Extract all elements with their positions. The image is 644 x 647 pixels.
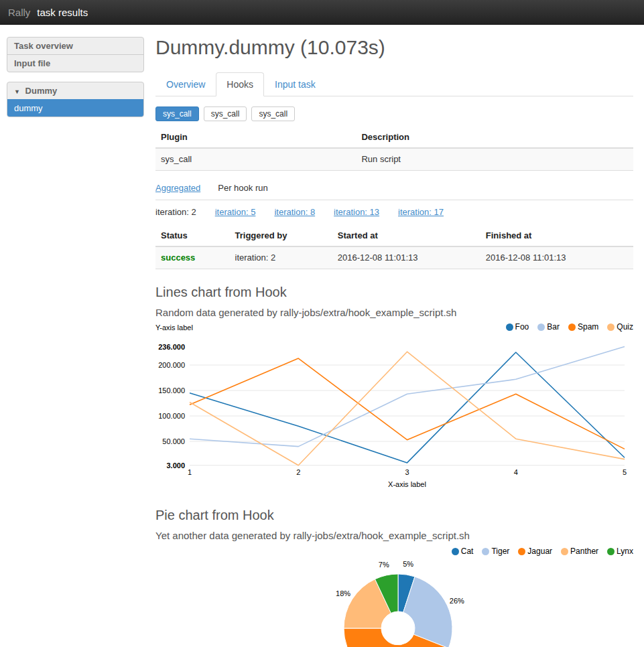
x-tick-label: 3 [405,468,409,476]
table-header-row: StatusTriggered byStarted atFinished at [155,225,633,246]
legend-label: Jaguar [527,547,552,556]
legend-item-tiger[interactable]: Tiger [482,547,509,556]
lines-chart-title: Lines chart from Hook [155,285,633,300]
iteration-link-iteration-8[interactable]: iteration: 8 [274,207,315,217]
legend-label: Spam [578,322,598,332]
table-cell: 2016-12-08 11:01:13 [332,246,480,269]
tab-input-task[interactable]: Input task [264,72,326,96]
legend-dot-icon [506,324,513,331]
table-cell: sys_call [155,148,356,171]
y-tick-label: 200.000 [158,361,185,369]
runs-table: StatusTriggered byStarted atFinished ats… [155,225,633,269]
sidebar: Task overview Input file ▼ Dummy dummy [7,37,144,127]
legend-item-jaguar[interactable]: Jaguar [518,547,552,556]
lines-chart-legend: FooBarSpamQuiz [506,322,633,332]
iteration-link-iteration-17[interactable]: iteration: 17 [398,207,444,217]
legend-dot-icon [452,548,459,555]
legend-item-quiz[interactable]: Quiz [607,322,633,332]
legend-dot-icon [518,548,525,555]
legend-label: Bar [547,322,560,332]
pie-slice-percent-label: 26% [450,597,464,605]
y-tick-label: 50.000 [162,437,185,445]
sidebar-group-dummy[interactable]: ▼ Dummy [7,82,143,99]
pie-chart-section: Pie chart from Hook Yet another data gen… [155,508,633,647]
line-series-spam [190,358,625,449]
view-toggle: AggregatedPer hook run [155,183,633,200]
pie-chart-title: Pie chart from Hook [155,508,633,523]
table-cell: iteration: 2 [230,246,332,269]
legend-label: Quiz [617,322,633,332]
legend-label: Cat [461,547,474,556]
y-tick-label: 3.000 [166,461,185,470]
lines-chart-subtitle: Random data generated by rally-jobs/extr… [155,307,633,318]
column-header-description: Description [356,127,633,148]
main-content: Dummy.dummy (10.073s) OverviewHooksInput… [155,25,633,647]
lines-chart-section: Lines chart from Hook Random data genera… [155,285,633,492]
legend-label: Lynx [617,547,633,556]
x-tick-label: 4 [514,468,518,476]
sidebar-item-label: Task overview [14,41,73,51]
table-cell: Run script [356,148,633,171]
tab-bar: OverviewHooksInput task [155,72,633,96]
lines-chart-header: Y-axis label FooBarSpamQuiz [155,322,633,332]
tab-overview[interactable]: Overview [155,72,216,96]
sidebar-scenario-panel: ▼ Dummy dummy [7,82,144,117]
hook-button-1[interactable]: sys_call [155,106,199,121]
sidebar-item-input-file[interactable]: Input file [7,54,143,72]
sidebar-item-dummy[interactable]: dummy [7,99,143,117]
legend-item-cat[interactable]: Cat [452,547,474,556]
table-row: sys_callRun script [155,148,633,171]
table-cell: success [155,246,230,269]
y-tick-label: 150.000 [158,386,185,394]
column-header-plugin: Plugin [155,127,356,148]
hook-run-buttons: sys_callsys_callsys_call [155,106,633,121]
legend-item-bar[interactable]: Bar [537,322,560,332]
lines-chart: 3.00050.000100.000150.000200.000236.0001… [155,332,633,492]
iteration-links: iteration: 2iteration: 5iteration: 8iter… [155,200,633,220]
legend-label: Panther [570,547,598,556]
legend-item-foo[interactable]: Foo [506,322,529,332]
view-toggle-aggregated[interactable]: Aggregated [155,183,200,193]
table-row: successiteration: 22016-12-08 11:01:1320… [155,246,633,269]
iteration-link-iteration-13[interactable]: iteration: 13 [334,207,379,217]
page-title: Dummy.dummy (10.073s) [155,36,633,59]
tab-hooks[interactable]: Hooks [216,72,264,96]
pie-chart: 5%26%44%18%7% [155,556,633,647]
hook-button-3[interactable]: sys_call [251,106,295,121]
sidebar-item-task-overview[interactable]: Task overview [7,38,143,54]
column-header-finished-at: Finished at [480,225,633,246]
y-tick-label: 100.000 [158,412,185,420]
legend-dot-icon [561,548,568,555]
x-tick-label: 1 [188,468,192,476]
sidebar-item-label: dummy [14,103,43,113]
y-axis-label: Y-axis label [155,324,193,332]
legend-dot-icon [482,548,489,555]
legend-dot-icon [607,324,615,331]
pie-chart-subtitle: Yet another data generated by rally-jobs… [155,530,633,541]
legend-dot-icon [607,548,615,555]
legend-item-spam[interactable]: Spam [568,322,598,332]
legend-item-panther[interactable]: Panther [561,547,598,556]
pie-chart-legend: CatTigerJaguarPantherLynx [155,547,633,556]
column-header-status: Status [155,225,230,246]
column-header-started-at: Started at [332,225,480,246]
legend-dot-icon [568,324,576,331]
sidebar-item-label: Input file [14,58,50,68]
sidebar-group-label: Dummy [25,86,58,96]
hook-button-2[interactable]: sys_call [204,106,247,121]
line-series-foo [190,352,625,463]
iteration-link-iteration-5[interactable]: iteration: 5 [215,207,256,217]
table-header-row: PluginDescription [155,127,633,148]
collapse-caret-icon: ▼ [14,88,20,95]
iteration-current: iteration: 2 [155,207,196,217]
pie-slice-percent-label: 18% [336,589,350,597]
view-toggle-per-hook-run: Per hook run [218,183,267,193]
x-tick-label: 2 [296,468,300,476]
legend-item-lynx[interactable]: Lynx [607,547,633,556]
legend-label: Foo [515,322,529,332]
pie-slice-percent-label: 5% [403,560,413,568]
plugin-table: PluginDescriptionsys_callRun script [155,127,633,171]
app-brand[interactable]: Rally [8,7,30,18]
line-series-bar [190,347,625,447]
legend-label: Tiger [491,547,509,556]
